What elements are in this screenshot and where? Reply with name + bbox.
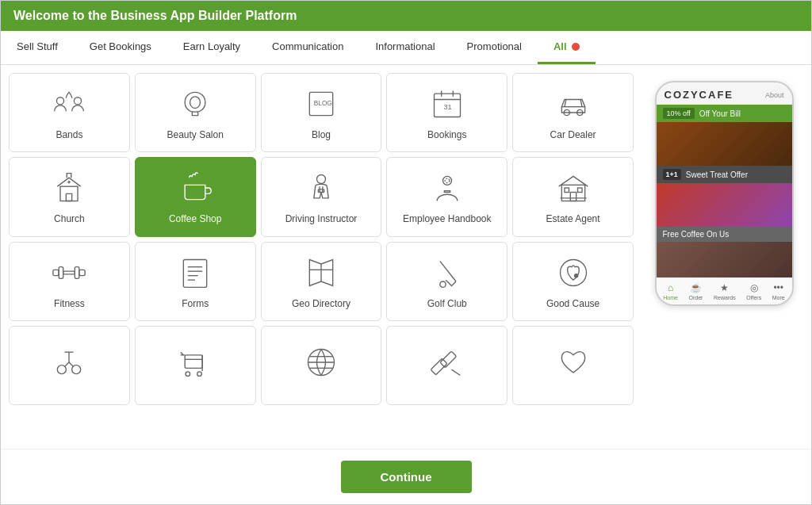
svg-rect-24 bbox=[184, 259, 207, 287]
fitness-icon bbox=[50, 254, 88, 292]
grid-item-health[interactable] bbox=[512, 326, 634, 405]
employee-handbook-icon bbox=[428, 169, 466, 207]
offers-icon: ◎ bbox=[750, 282, 758, 293]
svg-rect-11 bbox=[318, 189, 324, 193]
grid-item-driving-instructor[interactable]: Driving Instructor bbox=[261, 157, 382, 236]
svg-rect-19 bbox=[53, 270, 59, 275]
blog-label: Blog bbox=[312, 129, 331, 140]
bookings-icon: 31 bbox=[428, 85, 466, 123]
free-bar: Free Coffee On Us bbox=[657, 227, 792, 242]
svg-text:31: 31 bbox=[443, 103, 451, 111]
svg-rect-23 bbox=[63, 271, 75, 274]
grid-item-bands[interactable]: Bands bbox=[9, 73, 130, 152]
header-title: Welcome to the Business App Builder Plat… bbox=[13, 9, 297, 22]
tab-sell-stuff[interactable]: Sell Stuff bbox=[1, 31, 74, 64]
phone-nav-order[interactable]: ☕ Order bbox=[689, 282, 703, 300]
cupcake-image bbox=[657, 183, 792, 227]
grid-item-gavel[interactable] bbox=[386, 326, 508, 405]
geo-directory-icon bbox=[302, 254, 340, 292]
svg-rect-21 bbox=[59, 266, 64, 278]
svg-point-2 bbox=[190, 97, 201, 109]
bookings-label: Bookings bbox=[427, 129, 466, 140]
grid-item-blog[interactable]: BLOG Blog bbox=[261, 73, 382, 152]
church-icon bbox=[50, 169, 88, 207]
phone-area: COZYCAFE About 10% off Off Your Bill 1+1… bbox=[645, 73, 803, 441]
tab-get-bookings[interactable]: Get Bookings bbox=[74, 31, 167, 64]
phone-about: About bbox=[765, 91, 784, 99]
grid-area: Bands Beauty Salon BLOG Blog bbox=[9, 73, 637, 406]
driving-instructor-icon bbox=[302, 169, 340, 207]
forms-label: Forms bbox=[182, 298, 209, 309]
grid-item-church[interactable]: Church bbox=[9, 157, 130, 236]
coffee-image bbox=[657, 242, 792, 277]
header: Welcome to the Business App Builder Plat… bbox=[1, 1, 811, 31]
svg-rect-17 bbox=[565, 188, 569, 193]
beauty-salon-label: Beauty Salon bbox=[167, 129, 224, 140]
golf-club-label: Golf Club bbox=[427, 298, 467, 309]
svg-point-31 bbox=[186, 372, 190, 377]
grid-item-car-dealer[interactable]: Car Dealer bbox=[512, 73, 634, 152]
svg-rect-18 bbox=[577, 188, 582, 193]
grid-item-bookings[interactable]: 31 Bookings bbox=[386, 73, 508, 152]
grid-item-trolley[interactable] bbox=[135, 326, 256, 405]
promo-text: Off Your Bill bbox=[699, 109, 741, 118]
svg-point-1 bbox=[75, 98, 82, 105]
bands-label: Bands bbox=[56, 129, 82, 140]
grid-item-employee-handbook[interactable]: Employee Handbook bbox=[386, 157, 508, 236]
tab-promotional[interactable]: Promotional bbox=[451, 31, 538, 64]
phone-nav-home[interactable]: ⌂ Home bbox=[663, 282, 678, 300]
phone-nav-offers[interactable]: ◎ Offers bbox=[746, 282, 761, 300]
grid-item-good-cause[interactable]: Good Cause bbox=[512, 242, 634, 321]
template-grid: Bands Beauty Salon BLOG Blog bbox=[9, 73, 637, 405]
employee-handbook-label: Employee Handbook bbox=[403, 213, 491, 224]
car-dealer-label: Car Dealer bbox=[550, 129, 596, 140]
phone-nav-more[interactable]: ••• More bbox=[772, 282, 785, 300]
promo-image bbox=[657, 122, 792, 166]
phone-mockup: COZYCAFE About 10% off Off Your Bill 1+1… bbox=[655, 81, 794, 306]
trolley-icon bbox=[176, 343, 214, 381]
offer-text: Sweet Treat Offer bbox=[686, 170, 748, 179]
promo-bar: 10% off Off Your Bill bbox=[657, 105, 792, 122]
svg-point-13 bbox=[445, 178, 450, 183]
grid-item-forms[interactable]: Forms bbox=[135, 242, 256, 321]
svg-rect-35 bbox=[431, 358, 447, 375]
grid-item-beauty-salon[interactable]: Beauty Salon bbox=[135, 73, 256, 152]
active-dot bbox=[572, 43, 580, 51]
tab-all[interactable]: All bbox=[538, 31, 596, 64]
health-icon bbox=[554, 343, 592, 381]
good-cause-label: Good Cause bbox=[546, 298, 599, 309]
footer: Continue bbox=[1, 449, 811, 504]
more-icon: ••• bbox=[773, 282, 783, 293]
golf-club-icon bbox=[428, 254, 466, 292]
forms-icon bbox=[176, 254, 214, 292]
svg-point-10 bbox=[316, 175, 325, 184]
continue-button[interactable]: Continue bbox=[341, 461, 472, 493]
grid-item-scissors[interactable] bbox=[9, 326, 130, 405]
grid-item-coffee-shop[interactable]: Coffee Shop bbox=[135, 157, 256, 236]
tabs-bar: Sell Stuff Get Bookings Earn Loyalty Com… bbox=[1, 31, 811, 65]
svg-rect-20 bbox=[79, 270, 85, 275]
grid-item-estate-agent[interactable]: Estate Agent bbox=[512, 157, 634, 236]
estate-agent-label: Estate Agent bbox=[546, 213, 600, 224]
good-cause-icon bbox=[554, 254, 592, 292]
svg-point-26 bbox=[560, 259, 586, 285]
estate-agent-icon bbox=[554, 169, 592, 207]
phone-nav-rewards[interactable]: ★ Rewards bbox=[714, 282, 736, 300]
grid-item-fitness[interactable]: Fitness bbox=[9, 242, 130, 321]
grid-item-geo-directory[interactable]: Geo Directory bbox=[261, 242, 382, 321]
home-icon: ⌂ bbox=[668, 282, 673, 293]
svg-point-32 bbox=[197, 372, 202, 377]
tab-communication[interactable]: Communication bbox=[256, 31, 359, 64]
car-dealer-icon bbox=[554, 85, 592, 123]
tab-earn-loyalty[interactable]: Earn Loyalty bbox=[167, 31, 256, 64]
phone-brand: COZYCAFE bbox=[665, 89, 734, 101]
bands-icon bbox=[50, 85, 88, 123]
svg-point-25 bbox=[440, 281, 446, 287]
tab-informational[interactable]: Informational bbox=[359, 31, 450, 64]
globe-icon bbox=[302, 343, 340, 381]
main-content: Bands Beauty Salon BLOG Blog bbox=[1, 65, 811, 449]
grid-item-golf-club[interactable]: Golf Club bbox=[386, 242, 508, 321]
grid-item-globe[interactable] bbox=[261, 326, 382, 405]
gavel-icon bbox=[428, 343, 466, 381]
coffee-shop-label: Coffee Shop bbox=[169, 213, 222, 224]
